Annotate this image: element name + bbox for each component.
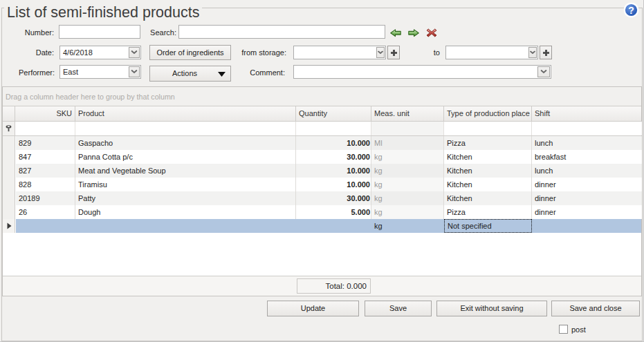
svg-text:?: ? [628,5,634,16]
